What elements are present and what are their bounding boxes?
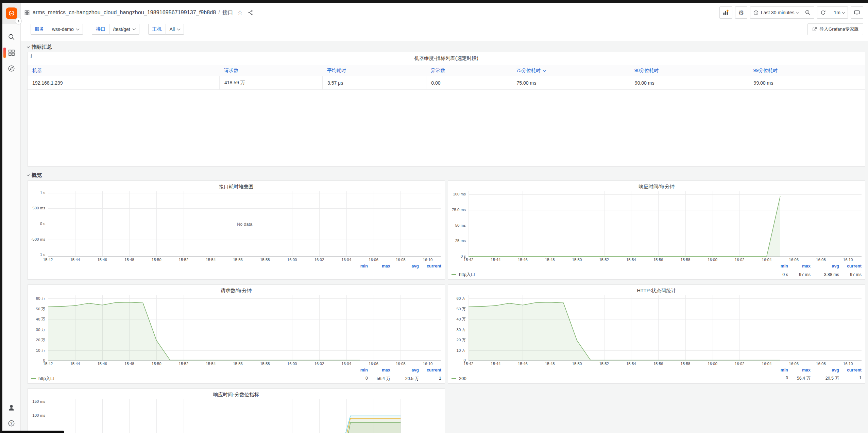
x-tick-label: 16:04 [759,362,775,366]
dashboard-settings-button[interactable]: ⚙ [735,6,747,19]
col-header-p90[interactable]: 90分位耗时 [630,65,749,76]
stat-header-min[interactable]: min [766,368,788,373]
chart-canvas [48,399,441,433]
table-row: 192.168.1.239 418.59 万 3.57 μs 0.00 75.0… [28,76,865,90]
x-tick-label: 15:48 [542,258,558,262]
plot-area[interactable]: No data [48,191,441,257]
stat-header-min[interactable]: min [345,264,368,269]
kiosk-mode-button[interactable] [851,6,863,19]
col-header-request-count[interactable]: 请求数 [219,65,322,76]
legend-series-name[interactable]: 200 [459,376,466,381]
legend-row: http入口056.4 万20.5 万1 [31,376,441,382]
stat-header-avg[interactable]: avg [390,264,419,269]
no-data-label: No data [48,191,441,257]
import-grafana-pro-button[interactable]: 导入Grafana专家版 [807,23,863,35]
panel-title[interactable]: 请求数/每分钟 [31,287,441,295]
col-header-machine[interactable]: 机器 [28,65,219,76]
plot-area[interactable] [469,295,862,361]
add-panel-button[interactable] [719,6,732,19]
stat-header-max[interactable]: max [788,368,811,373]
x-tick-label: 16:08 [393,362,408,366]
sidebar-item-profile[interactable] [2,400,20,415]
host-filter-select[interactable]: All [166,24,184,35]
y-tick-label: 25 ms [455,239,466,243]
stat-header-avg[interactable]: avg [390,368,419,373]
panel-title[interactable]: HTTP-状态码统计 [452,287,862,295]
cell-machine: 192.168.1.239 [28,76,219,90]
sidebar-item-search[interactable] [2,29,20,45]
x-tick-label: 15:44 [488,258,504,262]
service-filter-select[interactable]: wss-demo [48,24,83,35]
section-summary-header[interactable]: 指标汇总 [27,44,865,50]
legend-series-name[interactable]: http入口 [459,272,475,278]
panel-title[interactable]: 接口耗时堆叠图 [31,183,441,191]
title-row: arms_metrics_cn-hangzhou_cloud_hangzhou_… [21,3,868,22]
stat-header-max[interactable]: max [368,368,390,373]
search-icon [8,33,15,41]
legend-row: 200056.4 万20.5 万1 [452,376,862,381]
sidebar-item-explore[interactable] [2,60,20,76]
service-filter-label: 服务 [31,24,48,35]
breadcrumb-page: 接口 [222,9,233,16]
x-tick-label: 15:46 [515,362,530,366]
series-fill [48,302,360,361]
interface-filter-select[interactable]: /test/get [109,24,139,35]
y-tick-label: 60 万 [36,296,46,301]
cell-request-count: 418.59 万 [219,76,322,90]
x-axis: 15:4215:4415:4615:4815:5015:5215:5415:56… [48,257,441,262]
refresh-interval-picker[interactable]: 1m [829,6,848,19]
stat-header-current[interactable]: current [839,368,862,373]
refresh-button[interactable] [817,6,829,19]
share-icon[interactable] [248,10,254,16]
stat-header-avg[interactable]: avg [811,368,839,373]
panel-title[interactable]: 响应时间-分数位指标 [31,391,441,399]
refresh-interval-label: 1m [834,10,840,15]
zoom-out-time-button[interactable] [802,6,814,19]
x-tick-label: 15:56 [650,258,666,262]
y-axis: 60 万50 万40 万30 万20 万10 万0 [452,295,469,361]
col-header-p75[interactable]: 75分位耗时 [512,65,630,76]
zoom-out-icon [805,10,811,16]
favorite-star-icon[interactable]: ☆ [237,10,243,16]
col-header-error-count[interactable]: 异常数 [426,65,511,76]
stat-header-current[interactable]: current [419,264,441,269]
sidebar-expand-button[interactable] [15,18,22,24]
legend-stat-max: 97 ms [788,272,811,277]
x-tick-label: 15:56 [230,258,246,262]
stat-header-max[interactable]: max [788,264,811,269]
legend-stat-values: 0 s97 ms3.88 ms97 ms [766,272,862,277]
summary-table-panel-title[interactable]: 机器维度-指标列表(选定时段) [28,54,865,62]
service-filter-value: wss-demo [52,27,74,32]
section-overview-header[interactable]: 概览 [27,172,865,178]
legend-stat-current: 97 ms [839,272,862,277]
x-tick-label: 16:10 [420,258,436,262]
panel-info-icon[interactable]: i [31,54,32,59]
x-tick-label: 15:50 [569,258,585,262]
stat-header-max[interactable]: max [368,264,390,269]
stat-header-current[interactable]: current [419,368,441,373]
clock-icon [753,10,759,16]
col-header-avg-latency[interactable]: 平均耗时 [322,65,426,76]
x-tick-label: 16:00 [705,258,720,262]
stat-header-avg[interactable]: avg [811,264,839,269]
legend-series-name[interactable]: http入口 [38,376,55,382]
sidebar-item-help[interactable]: ? [2,415,20,431]
plot-area[interactable] [48,295,441,361]
series-line [469,196,780,256]
x-tick-label: 16:00 [705,362,720,366]
sidebar-item-dashboards[interactable] [2,45,20,60]
collapse-chevron-icon [27,45,30,48]
y-tick-label: 60 万 [457,296,466,301]
stat-header-min[interactable]: min [345,368,368,373]
panel-title[interactable]: 响应时间/每分钟 [452,183,862,191]
time-range-picker[interactable]: Last 30 minutes [750,6,802,19]
stat-header-current[interactable]: current [839,264,862,269]
col-header-p99[interactable]: 99分位耗时 [749,65,865,76]
plot-area[interactable] [469,191,862,257]
refresh-icon [820,10,826,16]
x-tick-label: 16:06 [786,258,802,262]
plot-area[interactable] [48,399,441,433]
grafana-arms-logo[interactable] [6,7,17,19]
x-tick-label: 15:52 [596,362,612,366]
stat-header-min[interactable]: min [766,264,788,269]
